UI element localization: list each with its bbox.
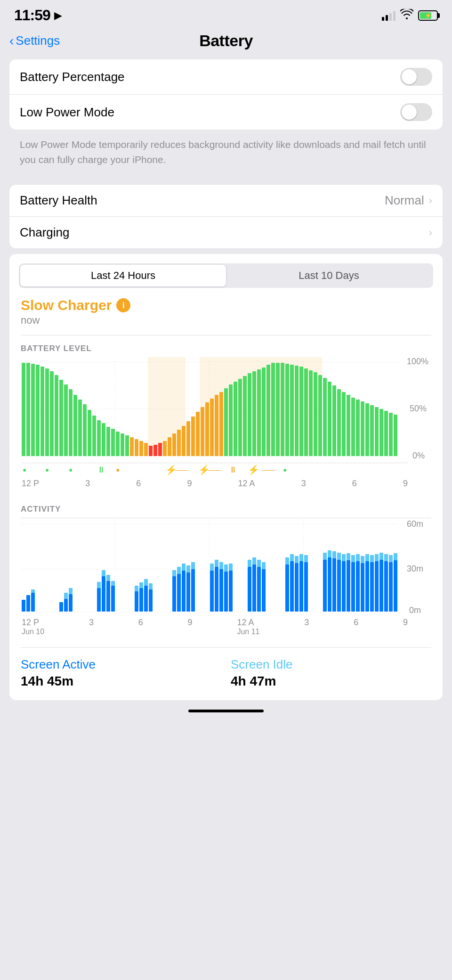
battery-chart-wrapper: 100% 50% 0% ● ● ● ⏸ ● ⚡ —— ⚡ —— ⏸ ⚡ —— ● <box>21 357 431 489</box>
act-x-label-3a: 3 <box>89 618 94 636</box>
status-bar: 11:59 ▶ ⚡ <box>0 0 452 28</box>
settings-card-health: Battery Health Normal › Charging › <box>9 185 443 248</box>
svg-rect-72 <box>323 378 327 456</box>
svg-rect-31 <box>130 437 134 456</box>
svg-rect-148 <box>262 569 266 612</box>
screen-idle-value: 4h 47m <box>231 674 431 689</box>
svg-rect-151 <box>285 557 289 564</box>
tab-switcher: Last 24 Hours Last 10 Days <box>19 263 433 288</box>
svg-rect-154 <box>295 563 299 612</box>
svg-rect-158 <box>304 562 308 612</box>
svg-rect-36 <box>153 445 157 456</box>
svg-rect-77 <box>347 395 350 456</box>
battery-percentage-row[interactable]: Battery Percentage <box>9 59 443 95</box>
svg-rect-30 <box>125 435 129 456</box>
low-power-mode-label: Low Power Mode <box>20 105 114 120</box>
svg-rect-165 <box>332 551 336 558</box>
battery-health-label: Battery Health <box>20 193 97 208</box>
activity-chart-top-border <box>21 518 431 518</box>
svg-rect-74 <box>332 385 336 456</box>
act-x-label-12p: 12 P <box>22 618 44 628</box>
back-label: Settings <box>16 33 60 48</box>
back-button[interactable]: ‹ Settings <box>9 33 60 48</box>
svg-rect-187 <box>384 554 388 561</box>
svg-rect-163 <box>328 550 331 557</box>
svg-rect-170 <box>347 560 350 612</box>
svg-rect-76 <box>342 392 346 456</box>
low-power-mode-row[interactable]: Low Power Mode <box>9 95 443 130</box>
svg-rect-73 <box>328 382 331 456</box>
svg-rect-120 <box>149 589 153 612</box>
location-icon: ▶ <box>54 9 62 22</box>
charging-row[interactable]: Charging › <box>9 217 443 248</box>
status-time: 11:59 <box>14 7 50 24</box>
svg-rect-188 <box>389 562 393 612</box>
svg-rect-179 <box>365 554 369 561</box>
tab-last-24-hours[interactable]: Last 24 Hours <box>20 265 226 286</box>
svg-rect-124 <box>177 574 181 612</box>
svg-rect-106 <box>97 588 101 612</box>
svg-rect-28 <box>116 432 120 456</box>
svg-rect-145 <box>252 557 256 564</box>
low-power-mode-toggle[interactable] <box>400 103 432 121</box>
x-label-12n: 12 A <box>238 479 255 489</box>
battery-health-chevron: › <box>429 195 432 207</box>
act-x-label-9p: 9 <box>403 618 408 636</box>
home-bar <box>188 710 264 712</box>
activity-chart-title: ACTIVITY <box>21 500 431 514</box>
svg-rect-127 <box>182 564 186 571</box>
svg-rect-51 <box>224 388 228 456</box>
battery-chart-section: BATTERY LEVEL <box>9 339 443 644</box>
svg-rect-104 <box>69 594 73 612</box>
svg-rect-86 <box>389 413 393 456</box>
svg-rect-153 <box>290 554 294 561</box>
svg-rect-56 <box>248 373 251 456</box>
tab-last-10-days[interactable]: Last 10 Days <box>226 265 432 286</box>
svg-rect-13 <box>45 368 49 456</box>
svg-rect-52 <box>229 384 233 456</box>
svg-rect-130 <box>191 569 195 612</box>
svg-rect-21 <box>83 404 87 456</box>
svg-rect-160 <box>323 560 327 612</box>
svg-rect-17 <box>64 384 68 456</box>
svg-rect-111 <box>106 575 110 581</box>
x-label-9p: 9 <box>403 479 408 489</box>
battery-health-row[interactable]: Battery Health Normal › <box>9 185 443 217</box>
svg-rect-61 <box>271 363 275 456</box>
svg-rect-107 <box>97 582 101 588</box>
svg-rect-118 <box>144 586 148 612</box>
svg-rect-64 <box>285 364 289 456</box>
svg-rect-177 <box>361 556 364 563</box>
svg-rect-164 <box>332 558 336 612</box>
back-chevron-icon: ‹ <box>9 34 14 48</box>
svg-rect-26 <box>106 427 110 456</box>
page-title: Battery <box>199 32 253 50</box>
screen-active-item[interactable]: Screen Active 14h 45m <box>21 657 221 689</box>
svg-rect-75 <box>337 389 341 456</box>
svg-rect-27 <box>111 429 115 456</box>
screen-idle-item[interactable]: Screen Idle 4h 47m <box>231 657 431 689</box>
svg-rect-139 <box>224 564 228 572</box>
svg-rect-70 <box>314 372 317 456</box>
slow-charger-section: Slow Charger i now <box>9 295 443 331</box>
svg-rect-112 <box>111 586 115 612</box>
svg-rect-161 <box>323 553 327 560</box>
x-label-3p: 3 <box>301 479 306 489</box>
svg-rect-108 <box>102 576 105 612</box>
battery-percentage-toggle[interactable] <box>400 68 432 86</box>
svg-rect-102 <box>64 599 68 612</box>
battery-health-right: Normal › <box>385 193 432 208</box>
charge-dot-2: ● <box>45 466 49 474</box>
activity-chart-x-labels: 12 P Jun 10 3 6 9 12 A Jun 11 3 6 9 <box>21 616 431 636</box>
slow-charge-dash-2: —— <box>208 466 221 474</box>
svg-rect-167 <box>337 553 341 560</box>
svg-rect-32 <box>135 439 138 456</box>
svg-rect-53 <box>234 382 237 456</box>
low-power-description: Low Power Mode temporarily reduces backg… <box>9 133 443 175</box>
charge-pause-1: ⏸ <box>97 465 105 475</box>
charging-right: › <box>429 227 432 239</box>
info-badge[interactable]: i <box>116 298 130 312</box>
battery-chart-title: BATTERY LEVEL <box>21 339 431 353</box>
svg-rect-121 <box>149 583 153 589</box>
svg-rect-65 <box>290 365 294 456</box>
